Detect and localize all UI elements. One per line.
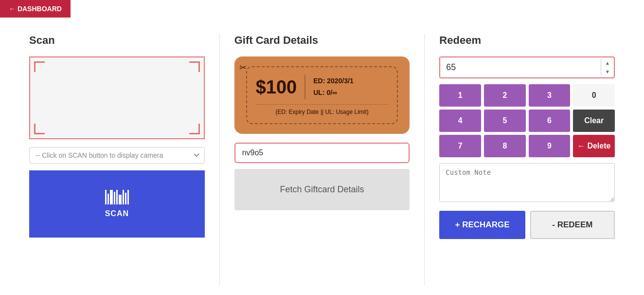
giftcard-title: Gift Card Details — [234, 34, 410, 47]
scan-panel: Scan -- Click on SCAN button to display … — [15, 34, 220, 285]
numpad-9[interactable]: 9 — [529, 135, 571, 157]
numpad-delete[interactable]: ← Delete — [573, 135, 615, 157]
redeem-spinners: ▲ ▼ — [601, 59, 614, 76]
numpad-8[interactable]: 8 — [484, 135, 526, 157]
fetch-button[interactable]: Fetch Giftcard Details — [234, 169, 410, 210]
redeem-input-wrapper: ▲ ▼ — [439, 56, 615, 78]
numpad-3[interactable]: 3 — [529, 84, 571, 107]
giftcard-amount: $100 — [256, 77, 297, 98]
scissors-icon: ✂ — [239, 62, 247, 73]
redeem-amount-input[interactable] — [440, 57, 601, 77]
corner-tl — [34, 61, 45, 72]
giftcard-code-input[interactable] — [234, 143, 410, 163]
giftcard-top-row: $100 ED: 2020/3/1 UL: 0/∞ — [256, 75, 389, 99]
spinner-down[interactable]: ▼ — [601, 68, 614, 76]
giftcard-ed: ED: 2020/3/1 — [313, 75, 354, 87]
redeem-title: Redeem — [439, 34, 615, 47]
numpad-5[interactable]: 5 — [484, 110, 526, 132]
corner-bl — [34, 124, 45, 134]
numpad-6[interactable]: 6 — [529, 110, 571, 132]
custom-note-input[interactable] — [439, 163, 615, 202]
numpad-clear[interactable]: Clear — [573, 110, 615, 132]
numpad-7[interactable]: 7 — [439, 135, 481, 157]
barcode-icon — [105, 190, 129, 204]
numpad-0[interactable]: 0 — [573, 84, 615, 107]
numpad-grid: 1 2 3 0 4 5 6 Clear 7 8 9 ← Delete — [439, 84, 615, 157]
scan-button[interactable]: SCAN — [29, 170, 205, 238]
corner-tr — [189, 61, 200, 72]
giftcard-dashed-border: $100 ED: 2020/3/1 UL: 0/∞ (ED: Expiry Da… — [246, 66, 398, 124]
scan-title: Scan — [29, 34, 205, 47]
giftcard-legend: (ED: Expiry Date || UL: Usage Limit) — [256, 104, 389, 115]
scan-frame — [29, 56, 205, 139]
redeem-panel: Redeem ▲ ▼ 1 2 3 0 4 5 6 Clear 7 8 9 ← D… — [425, 34, 629, 285]
corner-br — [189, 124, 200, 134]
redeem-button[interactable]: - REDEEM — [530, 211, 615, 239]
giftcard-divider — [304, 75, 305, 99]
numpad-1[interactable]: 1 — [439, 84, 481, 107]
giftcard-panel: Gift Card Details ✂ $100 ED: 2020/3/1 UL… — [220, 34, 425, 285]
numpad-4[interactable]: 4 — [439, 110, 481, 132]
giftcard-ul: UL: 0/∞ — [313, 87, 354, 99]
recharge-button[interactable]: + RECHARGE — [439, 211, 525, 239]
scan-label: SCAN — [105, 209, 129, 218]
action-buttons: + RECHARGE - REDEEM — [439, 211, 615, 239]
numpad-2[interactable]: 2 — [484, 84, 526, 107]
giftcard-visual: ✂ $100 ED: 2020/3/1 UL: 0/∞ (ED: Expiry … — [234, 56, 410, 134]
spinner-up[interactable]: ▲ — [601, 59, 614, 68]
camera-select[interactable]: -- Click on SCAN button to display camer… — [29, 147, 205, 164]
dashboard-button[interactable]: ← DASHBOARD — [0, 0, 71, 18]
giftcard-meta: ED: 2020/3/1 UL: 0/∞ — [313, 75, 354, 99]
main-layout: Scan -- Click on SCAN button to display … — [0, 0, 644, 295]
